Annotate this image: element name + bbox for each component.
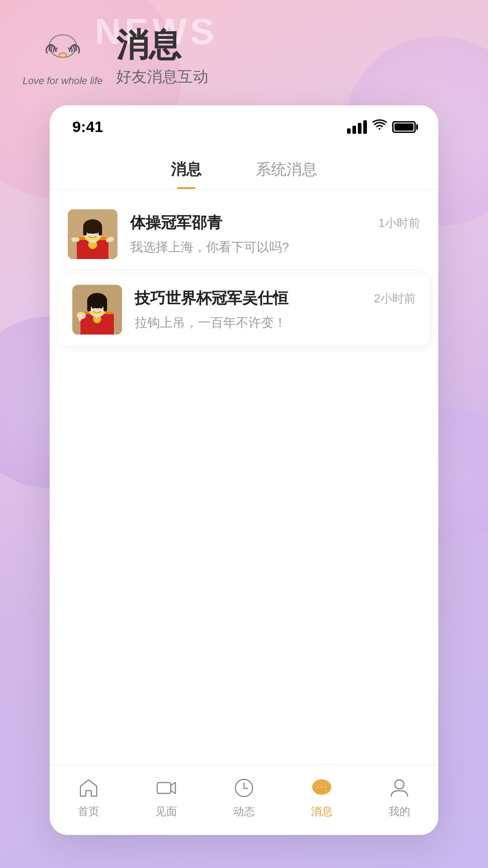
message-list: 体操冠军邵青 1小时前 我选择上海，你看下可以吗? [50,189,438,358]
message-content: 技巧世界杯冠军吴仕恒 2小时前 拉钩上吊，一百年不许变！ [135,288,416,331]
signal-icon [347,120,367,134]
svg-point-1 [59,53,66,57]
svg-rect-27 [157,783,171,793]
svg-point-31 [321,786,323,788]
message-content: 体操冠军邵青 1小时前 我选择上海，你看下可以吗? [130,212,420,256]
divider [68,270,420,270]
message-preview: 我选择上海，你看下可以吗? [130,239,420,256]
video-icon [155,776,178,800]
message-name: 技巧世界杯冠军吴仕恒 [135,288,288,309]
nav-label-activity: 动态 [233,804,255,819]
nav-item-meet[interactable]: 见面 [127,776,205,819]
content-area [50,358,438,765]
message-name: 体操冠军邵青 [130,212,222,233]
svg-point-33 [395,780,404,789]
tab-messages[interactable]: 消息 [171,152,202,189]
status-time: 9:41 [72,118,103,136]
svg-point-9 [87,231,90,234]
svg-point-30 [317,786,319,788]
svg-rect-8 [99,226,102,236]
nav-item-messages[interactable]: 消息 [283,776,361,819]
wifi-icon [372,119,387,135]
logo: Love for whole life [23,28,103,87]
message-tabs: 消息 系统消息 [50,143,438,189]
nav-item-mine[interactable]: 我的 [361,776,438,819]
page-header: Love for whole life NEWS 消息 好友消息互动 [0,0,488,105]
nav-item-activity[interactable]: 动态 [205,776,283,819]
nav-label-home: 首页 [78,804,99,819]
message-preview: 拉钩上吊，一百年不许变！ [135,314,416,331]
message-time: 1小时前 [379,215,420,231]
chat-icon [310,776,333,800]
message-item[interactable]: 技巧世界杯冠军吴仕恒 2小时前 拉钩上吊，一百年不许变！ [59,274,429,345]
avatar [68,209,117,259]
svg-point-32 [324,786,327,788]
status-icons [347,119,416,135]
logo-hands-icon [36,28,90,73]
bottom-nav: 首页 见面 动态 [50,765,438,835]
svg-point-23 [100,306,103,309]
header-title-area: NEWS 消息 好友消息互动 [116,27,208,87]
svg-rect-25 [79,314,81,321]
svg-point-22 [92,306,94,309]
clock-icon [232,776,256,800]
svg-rect-20 [87,301,91,311]
logo-text: Love for whole life [23,75,103,87]
nav-label-mine: 我的 [389,804,410,819]
battery-icon [392,121,416,133]
nav-item-home[interactable]: 首页 [50,776,127,819]
nav-label-messages: 消息 [311,804,333,819]
status-bar: 9:41 [50,105,438,143]
home-icon [77,776,100,800]
message-time: 2小时前 [374,291,416,307]
svg-rect-21 [103,301,107,311]
svg-rect-26 [80,312,114,314]
phone-mockup: 9:41 消息 [50,105,438,835]
message-header-row: 体操冠军邵青 1小时前 [130,212,420,233]
nav-label-meet: 见面 [155,804,177,819]
svg-rect-7 [83,226,87,236]
svg-rect-13 [77,237,108,240]
user-icon [388,776,411,800]
page-subtitle: 好友消息互动 [116,66,208,87]
page-title: 消息 [116,27,208,63]
message-item[interactable]: 体操冠军邵青 1小时前 我选择上海，你看下可以吗? [50,198,438,270]
message-header-row: 技巧世界杯冠军吴仕恒 2小时前 [135,288,416,309]
tab-system-messages[interactable]: 系统消息 [256,152,317,189]
avatar [72,285,122,335]
svg-point-10 [95,231,98,234]
